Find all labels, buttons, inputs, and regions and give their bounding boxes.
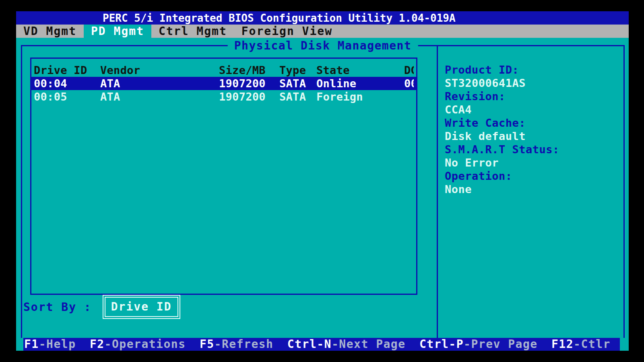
detail-label-write-cache: Write Cache:	[445, 116, 617, 130]
cell-drive-id: 00:05	[34, 90, 100, 103]
physical-disk-management-panel: Physical Disk Management Drive ID Vendor…	[21, 45, 625, 338]
disk-table-header: Drive ID Vendor Size/MB Type State DG	[31, 64, 416, 77]
table-row-selected[interactable]: 00:04 ATA 1907200 SATA Online 00	[31, 77, 416, 90]
disk-table: Drive ID Vendor Size/MB Type State DG 00…	[30, 58, 417, 295]
detail-value-smart-status: No Error	[445, 156, 617, 169]
cell-vendor: ATA	[100, 90, 219, 103]
detail-label-product-id: Product ID:	[445, 63, 617, 76]
cell-size-mb: 1907200	[219, 90, 279, 103]
column-header-drive-id: Drive ID	[34, 64, 100, 77]
disk-details-panel: Product ID: ST32000641AS Revision: CCA4 …	[445, 63, 617, 196]
tab-vd-mgmt[interactable]: VD Mgmt	[16, 25, 84, 38]
shortcut-key: Ctrl-N	[287, 338, 332, 351]
cell-size-mb: 1907200	[219, 77, 279, 90]
shortcut-key: F2	[90, 338, 105, 351]
sort-by-row: Sort By : Drive ID	[23, 295, 180, 319]
cell-dg: 00	[404, 77, 414, 90]
main-area: Physical Disk Management Drive ID Vendor…	[16, 38, 629, 351]
shortcut-ctlr: F12-Ctlr	[551, 338, 611, 351]
table-row[interactable]: 00:05 ATA 1907200 SATA Foreign	[31, 90, 416, 103]
detail-value-write-cache: Disk default	[445, 130, 617, 143]
shortcut-label: -Ctlr	[574, 338, 611, 351]
shortcut-label: -Prev Page	[464, 338, 538, 351]
shortcut-next-page: Ctrl-N-Next Page	[287, 338, 406, 351]
shortcut-help: F1-Help	[24, 338, 76, 351]
tab-foreign-view[interactable]: Foreign View	[234, 25, 340, 38]
column-header-vendor: Vendor	[100, 64, 219, 77]
sort-by-label: Sort By :	[23, 300, 92, 314]
shortcut-key: F12	[551, 338, 574, 351]
detail-value-product-id: ST32000641AS	[445, 76, 617, 90]
panel-title: Physical Disk Management	[228, 38, 418, 53]
window-title-bar: PERC 5/i Integrated BIOS Configuration U…	[16, 11, 629, 25]
cell-drive-id: 00:04	[34, 77, 100, 90]
menu-bar: VD Mgmt PD Mgmt Ctrl Mgmt Foreign View	[16, 25, 629, 38]
column-header-type: Type	[279, 64, 316, 77]
panel-divider	[437, 46, 438, 338]
shortcut-label: -Help	[39, 338, 76, 351]
detail-label-operation: Operation:	[445, 169, 617, 183]
cell-state: Online	[316, 77, 404, 90]
sort-by-value[interactable]: Drive ID	[103, 295, 180, 319]
shortcut-key: Ctrl-P	[419, 338, 464, 351]
shortcut-refresh: F5-Refresh	[200, 338, 274, 351]
cell-type: SATA	[279, 90, 316, 103]
shortcut-label: -Next Page	[332, 338, 406, 351]
detail-value-operation: None	[445, 183, 617, 196]
cell-dg	[404, 90, 414, 103]
cell-type: SATA	[279, 77, 316, 90]
column-header-dg: DG	[404, 64, 414, 77]
bios-screen: PERC 5/i Integrated BIOS Configuration U…	[16, 11, 629, 351]
shortcut-prev-page: Ctrl-P-Prev Page	[419, 338, 538, 351]
shortcut-operations: F2-Operations	[90, 338, 186, 351]
column-header-size-mb: Size/MB	[219, 64, 279, 77]
shortcut-label: -Operations	[105, 338, 186, 351]
shortcut-key: F1	[24, 338, 39, 351]
detail-label-revision: Revision:	[445, 90, 617, 103]
app-title: PERC 5/i Integrated BIOS Configuration U…	[103, 11, 456, 25]
detail-label-smart-status: S.M.A.R.T Status:	[445, 143, 617, 156]
column-header-state: State	[316, 64, 404, 77]
detail-value-revision: CCA4	[445, 103, 617, 116]
status-bar: F1-Help F2-Operations F5-Refresh Ctrl-N-…	[23, 338, 620, 351]
cell-state: Foreign	[316, 90, 404, 103]
cell-vendor: ATA	[100, 77, 219, 90]
shortcut-key: F5	[200, 338, 215, 351]
tab-ctrl-mgmt[interactable]: Ctrl Mgmt	[151, 25, 234, 38]
shortcut-label: -Refresh	[215, 338, 274, 351]
tab-pd-mgmt[interactable]: PD Mgmt	[84, 25, 151, 38]
